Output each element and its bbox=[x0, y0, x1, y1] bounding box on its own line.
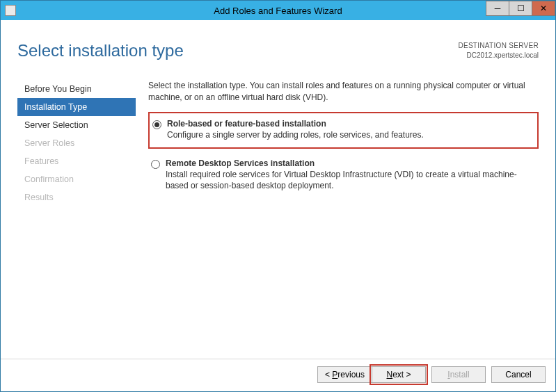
nav-server-selection[interactable]: Server Selection bbox=[17, 116, 136, 134]
radio-remote-desktop[interactable] bbox=[151, 160, 160, 169]
titlebar[interactable]: Add Roles and Features Wizard ─ ☐ ✕ bbox=[1, 1, 555, 20]
wizard-nav: Before You Begin Installation Type Serve… bbox=[17, 80, 136, 350]
close-button[interactable]: ✕ bbox=[532, 1, 555, 16]
cancel-button[interactable]: Cancel bbox=[491, 366, 546, 383]
nav-features: Features bbox=[17, 152, 136, 170]
nav-results: Results bbox=[17, 188, 136, 206]
option-text: Remote Desktop Services installation Ins… bbox=[166, 158, 532, 191]
nav-installation-type[interactable]: Installation Type bbox=[17, 98, 136, 116]
destination-server: DC2012.xpertstec.local bbox=[458, 51, 539, 60]
minimize-icon: ─ bbox=[495, 3, 501, 13]
destination-info: DESTINATION SERVER DC2012.xpertstec.loca… bbox=[458, 41, 539, 60]
option-title: Role-based or feature-based installation bbox=[167, 119, 530, 129]
body-row: Before You Begin Installation Type Serve… bbox=[17, 80, 539, 350]
content-area: Select installation type DESTINATION SER… bbox=[1, 20, 555, 359]
previous-button[interactable]: < Previous bbox=[317, 366, 372, 383]
nav-before-you-begin[interactable]: Before You Begin bbox=[17, 80, 136, 98]
wizard-window: Add Roles and Features Wizard ─ ☐ ✕ Sele… bbox=[0, 0, 556, 392]
page-title: Select installation type bbox=[17, 41, 184, 60]
footer: < Previous Next > Install Cancel bbox=[1, 359, 555, 391]
destination-label: DESTINATION SERVER bbox=[458, 41, 539, 51]
option-text: Role-based or feature-based installation… bbox=[167, 119, 530, 140]
nav-server-roles: Server Roles bbox=[17, 134, 136, 152]
minimize-button[interactable]: ─ bbox=[486, 1, 509, 16]
option-remote-desktop[interactable]: Remote Desktop Services installation Ins… bbox=[148, 153, 539, 198]
window-title: Add Roles and Features Wizard bbox=[1, 6, 555, 16]
main-panel: Select the installation type. You can in… bbox=[136, 80, 539, 350]
close-icon: ✕ bbox=[540, 3, 547, 13]
maximize-button[interactable]: ☐ bbox=[509, 1, 532, 16]
nav-button-group: < Previous Next > bbox=[317, 366, 426, 383]
header-row: Select installation type DESTINATION SER… bbox=[17, 41, 539, 60]
window-controls: ─ ☐ ✕ bbox=[486, 1, 555, 20]
radio-role-based[interactable] bbox=[152, 120, 161, 129]
nav-confirmation: Confirmation bbox=[17, 170, 136, 188]
option-title: Remote Desktop Services installation bbox=[166, 158, 532, 168]
intro-text: Select the installation type. You can in… bbox=[148, 80, 539, 104]
option-desc: Install required role services for Virtu… bbox=[166, 169, 532, 191]
option-desc: Configure a single server by adding role… bbox=[167, 129, 530, 140]
option-role-based[interactable]: Role-based or feature-based installation… bbox=[148, 112, 539, 149]
install-button: Install bbox=[431, 366, 486, 383]
next-button[interactable]: Next > bbox=[372, 366, 426, 383]
maximize-icon: ☐ bbox=[517, 3, 525, 13]
